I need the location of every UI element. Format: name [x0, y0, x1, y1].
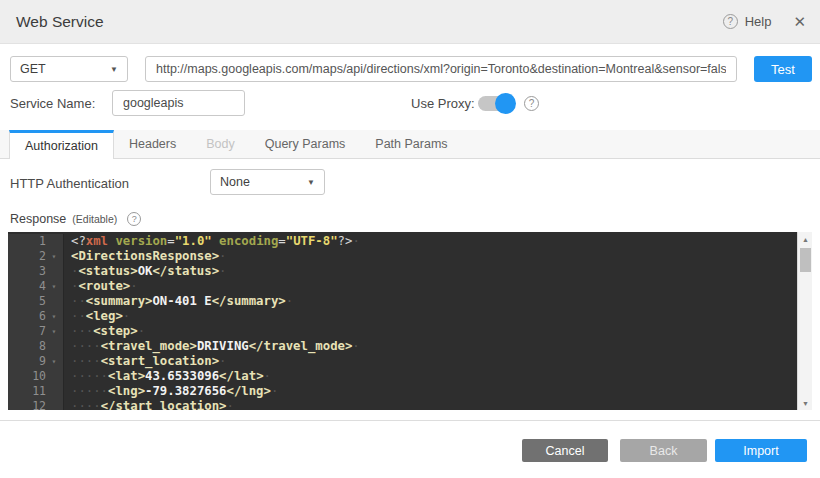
code-line: 4▾·<route>·: [8, 279, 797, 294]
page-title: Web Service: [16, 13, 104, 31]
line-number: 3: [8, 264, 46, 279]
tab-body: Body: [191, 130, 250, 158]
code-text: <?xml version="1.0" encoding="UTF-8"?>·: [64, 234, 360, 249]
http-authentication-select[interactable]: None ▼: [210, 169, 325, 195]
line-gutter: 7▾: [8, 324, 64, 339]
line-number: 12: [8, 399, 46, 410]
code-line: 7▾···<step>·: [8, 324, 797, 339]
response-editable-label: (Editable): [72, 213, 117, 225]
scroll-up-icon[interactable]: ▲: [798, 232, 812, 246]
code-lines[interactable]: 1<?xml version="1.0" encoding="UTF-8"?>·…: [8, 232, 797, 410]
response-label-row: Response (Editable) ?: [10, 212, 141, 226]
help-button[interactable]: ? Help: [723, 14, 772, 29]
code-line: 12····</start_location>·: [8, 399, 797, 410]
editor-scrollbar[interactable]: ▲ ▼: [797, 232, 812, 410]
line-gutter: 6▾: [8, 309, 64, 324]
help-circle-icon: ?: [723, 14, 738, 29]
service-name-input[interactable]: [112, 90, 245, 116]
use-proxy-label: Use Proxy:: [411, 96, 475, 111]
proxy-help-icon[interactable]: ?: [524, 96, 539, 111]
line-gutter: 5: [8, 294, 64, 309]
fold-collapse-icon[interactable]: ▾: [46, 249, 62, 264]
code-text: ··<leg>·: [64, 309, 130, 324]
code-text: ·····<lat>43.6533096</lat>·: [64, 369, 271, 384]
fold-collapse-icon[interactable]: ▾: [46, 279, 62, 294]
code-line: 11·····<lng>-79.3827656</lng>·: [8, 384, 797, 399]
tab-headers[interactable]: Headers: [114, 130, 191, 158]
code-line: 5··<summary>ON-401 E</summary>·: [8, 294, 797, 309]
scroll-down-icon[interactable]: ▼: [798, 396, 812, 410]
line-number: 2: [8, 249, 46, 264]
http-method-value: GET: [20, 62, 46, 76]
code-line: 10·····<lat>43.6533096</lat>·: [8, 369, 797, 384]
code-line: 9▾····<start_location>·: [8, 354, 797, 369]
code-text: ·····<lng>-79.3827656</lng>·: [64, 384, 278, 399]
code-text: ···<step>·: [64, 324, 145, 339]
line-number: 6: [8, 309, 46, 324]
line-number: 8: [8, 339, 46, 354]
line-number: 1: [8, 234, 46, 249]
tab-path-params[interactable]: Path Params: [360, 130, 462, 158]
line-number: 5: [8, 294, 46, 309]
code-line: 2▾<DirectionsResponse>·: [8, 249, 797, 264]
line-gutter: 4▾: [8, 279, 64, 294]
line-number: 11: [8, 384, 46, 399]
line-gutter: 2▾: [8, 249, 64, 264]
line-number: 7: [8, 324, 46, 339]
code-text: ····<start_location>·: [64, 354, 227, 369]
code-line: 6▾··<leg>·: [8, 309, 797, 324]
tab-authorization[interactable]: Authorization: [9, 130, 114, 159]
line-gutter: 9▾: [8, 354, 64, 369]
response-help-icon[interactable]: ?: [127, 212, 141, 226]
http-authentication-value: None: [220, 175, 250, 189]
line-gutter: 12: [8, 399, 64, 410]
line-number: 4: [8, 279, 46, 294]
code-text: ··<summary>ON-401 E</summary>·: [64, 294, 293, 309]
scrollbar-thumb[interactable]: [800, 248, 811, 272]
line-gutter: 11: [8, 384, 64, 399]
close-icon[interactable]: ✕: [793, 14, 806, 29]
fold-collapse-icon[interactable]: ▾: [46, 309, 62, 324]
url-input[interactable]: [145, 56, 737, 82]
response-label: Response: [10, 212, 66, 226]
fold-collapse-icon[interactable]: ▾: [46, 324, 62, 339]
footer-divider: [0, 420, 820, 421]
line-gutter: 1: [8, 234, 64, 249]
tab-bar: Authorization Headers Body Query Params …: [0, 130, 820, 159]
http-authentication-label: HTTP Authentication: [10, 176, 129, 191]
code-line: 8····<travel_mode>DRIVING</travel_mode>·: [8, 339, 797, 354]
response-editor[interactable]: 1<?xml version="1.0" encoding="UTF-8"?>·…: [8, 232, 812, 410]
chevron-down-icon: ▼: [307, 178, 315, 187]
line-number: 9: [8, 354, 46, 369]
help-label: Help: [745, 14, 772, 29]
line-gutter: 8: [8, 339, 64, 354]
service-name-label: Service Name:: [10, 96, 95, 111]
toggle-knob: [495, 93, 516, 114]
web-service-dialog: Web Service ? Help ✕ GET ▼ Test Service …: [0, 0, 820, 478]
http-method-select[interactable]: GET ▼: [10, 56, 128, 82]
code-text: <DirectionsResponse>·: [64, 249, 226, 264]
back-button[interactable]: Back: [620, 439, 707, 462]
code-text: ·<route>·: [64, 279, 138, 294]
code-line: 1<?xml version="1.0" encoding="UTF-8"?>·: [8, 234, 797, 249]
cancel-button[interactable]: Cancel: [522, 439, 608, 462]
line-number: 10: [8, 369, 46, 384]
import-button[interactable]: Import: [715, 439, 807, 462]
use-proxy-toggle[interactable]: [478, 96, 514, 111]
code-text: ····</start_location>·: [64, 399, 234, 410]
line-gutter: 3: [8, 264, 64, 279]
fold-collapse-icon[interactable]: ▾: [46, 354, 62, 369]
tab-query-params[interactable]: Query Params: [250, 130, 361, 158]
chevron-down-icon: ▼: [110, 65, 118, 74]
title-bar: Web Service ? Help ✕: [0, 0, 820, 44]
code-line: 3·<status>OK</status>·: [8, 264, 797, 279]
line-gutter: 10: [8, 369, 64, 384]
code-text: ····<travel_mode>DRIVING</travel_mode>·: [64, 339, 360, 354]
test-button[interactable]: Test: [754, 56, 812, 82]
code-text: ·<status>OK</status>·: [64, 264, 227, 279]
